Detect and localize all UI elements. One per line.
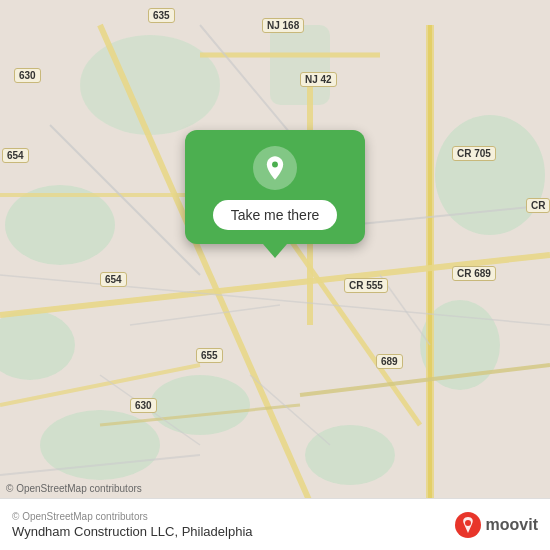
take-me-there-button[interactable]: Take me there — [213, 200, 338, 230]
route-badge-689: 689 — [376, 354, 403, 369]
svg-point-5 — [150, 375, 250, 435]
route-badge-cr-right: CR — [526, 198, 550, 213]
route-badge-654a: 654 — [2, 148, 29, 163]
route-badge-655: 655 — [196, 348, 223, 363]
route-badge-630b: 630 — [130, 398, 157, 413]
route-badge-cr689: CR 689 — [452, 266, 496, 281]
route-badge-630: 630 — [14, 68, 41, 83]
svg-line-19 — [300, 365, 550, 395]
moovit-icon — [454, 511, 482, 539]
location-pin-icon — [253, 146, 297, 190]
svg-point-7 — [80, 35, 220, 135]
svg-point-1 — [0, 310, 75, 380]
osm-copyright: © OpenStreetMap contributors — [6, 483, 142, 494]
svg-point-31 — [465, 520, 471, 526]
info-bar: © OpenStreetMap contributors Wyndham Con… — [0, 498, 550, 550]
popup-card: Take me there — [185, 130, 365, 244]
route-badge-nj42: NJ 42 — [300, 72, 337, 87]
svg-line-25 — [130, 305, 280, 325]
svg-point-3 — [435, 115, 545, 235]
moovit-logo: moovit — [454, 511, 538, 539]
route-badge-cr555: CR 555 — [344, 278, 388, 293]
moovit-text: moovit — [486, 516, 538, 534]
route-badge-635: 635 — [148, 8, 175, 23]
map-container: 635 NJ 168 NJ 42 630 654 CR 705 CR 654 C… — [0, 0, 550, 550]
copyright-text: © OpenStreetMap contributors — [12, 511, 446, 522]
route-badge-cr705: CR 705 — [452, 146, 496, 161]
svg-rect-8 — [270, 25, 330, 105]
svg-point-29 — [272, 162, 278, 168]
route-badge-nj168: NJ 168 — [262, 18, 304, 33]
business-name: Wyndham Construction LLC, Philadelphia — [12, 524, 446, 539]
route-badge-654b: 654 — [100, 272, 127, 287]
